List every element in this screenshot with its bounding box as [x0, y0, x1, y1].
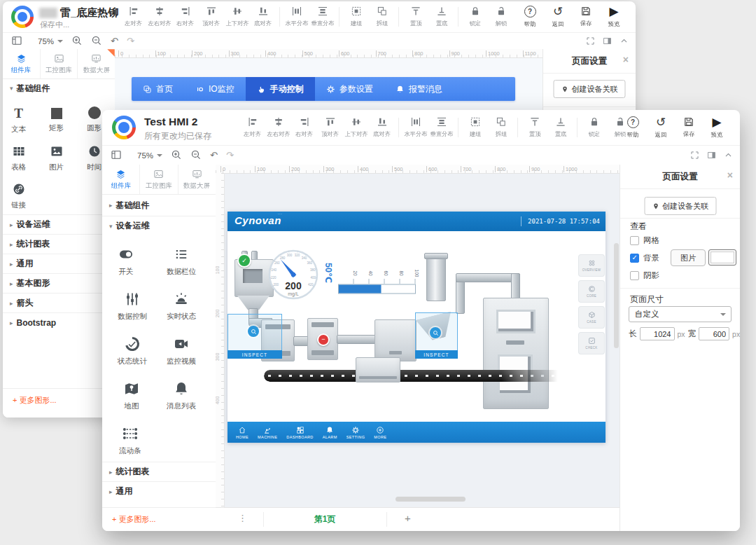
tab-component-library[interactable]: 组件库: [102, 165, 139, 194]
inspect-region-2[interactable]: INSPECT: [415, 312, 458, 359]
distribute-v-button[interactable]: 垂直分布: [428, 113, 454, 142]
grid-checkbox-row[interactable]: 网格: [630, 235, 659, 246]
lock-button[interactable]: 锁定: [462, 3, 488, 31]
side-menu-core[interactable]: CORE: [579, 281, 604, 302]
window-front-editor[interactable]: Test HMI 2 所有更改均已保存 左对齐 左右对齐 右对齐 顶对齐 上下对…: [102, 110, 740, 531]
page-width-input[interactable]: [699, 327, 729, 340]
ungroup-button[interactable]: 拆组: [369, 3, 395, 31]
undo-icon[interactable]: [210, 149, 218, 161]
align-left-button[interactable]: 左对齐: [120, 3, 146, 31]
group-button[interactable]: 建组: [462, 113, 488, 142]
fullscreen-icon[interactable]: [690, 151, 699, 160]
undo-icon[interactable]: [111, 35, 118, 47]
close-icon[interactable]: [727, 170, 733, 180]
background-checkbox[interactable]: [630, 254, 639, 263]
align-top-button[interactable]: 顶对齐: [317, 113, 343, 142]
inspect-region-1[interactable]: INSPECT: [227, 314, 282, 359]
nav-more[interactable]: MORE: [374, 426, 386, 439]
align-top-button[interactable]: 顶对齐: [198, 3, 224, 31]
section-basic-components[interactable]: 基础组件: [102, 195, 216, 215]
align-v-center-button[interactable]: 上下对齐: [224, 3, 250, 31]
align-bottom-button[interactable]: 底对齐: [369, 113, 395, 142]
zoom-in-icon[interactable]: [171, 149, 182, 160]
section-device-ops[interactable]: 设备运维: [102, 216, 216, 235]
background-color-swatch[interactable]: [708, 249, 736, 265]
component-circle[interactable]: 圆形: [87, 106, 102, 133]
zoom-level-select[interactable]: 75%: [130, 149, 162, 161]
distribute-h-button[interactable]: 水平分布: [284, 3, 309, 31]
toggle-panel-icon[interactable]: [707, 151, 716, 160]
toggle-panel-icon[interactable]: [603, 36, 612, 46]
hmi-tab-home[interactable]: 首页: [132, 77, 184, 101]
zoom-out-icon[interactable]: [91, 35, 102, 46]
preview-button[interactable]: 预览: [706, 116, 727, 139]
hmi-screen[interactable]: Cynovan··· 2021-07-28 17:57:04: [227, 212, 606, 443]
component-realtime-status[interactable]: 实时状态: [167, 291, 196, 322]
gauge-widget[interactable]: 200220240260280300320340360380400420 200…: [267, 248, 320, 314]
component-image[interactable]: 图片: [49, 144, 64, 172]
section-charts[interactable]: 统计图表: [102, 462, 216, 481]
component-link[interactable]: 链接: [11, 182, 26, 210]
group-button[interactable]: 建组: [343, 3, 369, 31]
collapse-toolbar-icon[interactable]: [724, 151, 733, 160]
hmi-tab-io-monitor[interactable]: IO监控: [184, 77, 246, 101]
section-general[interactable]: 通用: [102, 481, 216, 501]
fullscreen-icon[interactable]: [586, 36, 595, 46]
bring-to-top-button[interactable]: 置顶: [522, 113, 547, 142]
create-device-link-button[interactable]: 创建设备关联: [644, 197, 716, 215]
tab-industrial-gallery[interactable]: 工控图库: [139, 165, 177, 194]
horizontal-scrollbar[interactable]: [396, 497, 465, 502]
save-button[interactable]: 保存: [575, 6, 596, 28]
redo-icon[interactable]: [127, 35, 134, 47]
align-h-center-button[interactable]: 左右对齐: [146, 3, 172, 31]
redo-icon[interactable]: [226, 149, 234, 161]
create-device-link-button[interactable]: 创建设备关联: [554, 80, 626, 98]
more-shapes-link[interactable]: + 更多图形...: [3, 388, 115, 412]
zoom-level-select[interactable]: 75%: [31, 34, 63, 47]
background-checkbox-row[interactable]: 背景: [630, 253, 659, 263]
tab-industrial-gallery[interactable]: 工控图库: [40, 49, 78, 78]
component-map[interactable]: 地图: [123, 380, 140, 411]
component-status-stat[interactable]: 状态统计: [118, 336, 147, 366]
section-device-ops[interactable]: 设备运维: [3, 214, 115, 234]
component-video[interactable]: 监控视频: [167, 336, 196, 366]
return-button[interactable]: 返回: [650, 116, 671, 139]
component-text[interactable]: 文本: [11, 106, 26, 134]
bring-to-top-button[interactable]: 置顶: [402, 3, 428, 31]
section-basic-shapes[interactable]: 基本图形: [3, 273, 115, 293]
component-rectangle[interactable]: 矩形: [49, 106, 64, 133]
side-menu-check[interactable]: CHECK: [579, 333, 604, 354]
more-shapes-link[interactable]: + 更多图形...: [102, 507, 216, 531]
vertical-scrollbar[interactable]: [614, 243, 619, 348]
background-image-button[interactable]: 图片: [671, 249, 706, 266]
distribute-h-button[interactable]: 水平分布: [402, 113, 428, 142]
side-menu-case[interactable]: CASE: [579, 307, 604, 328]
nav-alarm[interactable]: ALARM: [323, 426, 337, 439]
send-to-bottom-button[interactable]: 置底: [547, 113, 573, 142]
component-switch[interactable]: 开关: [118, 246, 134, 277]
align-left-button[interactable]: 左对齐: [239, 113, 265, 142]
collapse-toolbar-icon[interactable]: [620, 36, 629, 46]
zoom-out-icon[interactable]: [190, 149, 202, 160]
align-right-button[interactable]: 右对齐: [172, 3, 198, 31]
help-button[interactable]: 帮助: [519, 6, 540, 29]
magnifier-icon[interactable]: [248, 326, 259, 337]
page-length-input[interactable]: [640, 327, 675, 340]
component-data-fields[interactable]: 数据栏位: [167, 246, 196, 277]
align-bottom-button[interactable]: 底对齐: [250, 3, 276, 31]
section-general[interactable]: 通用: [3, 254, 115, 273]
add-page-button[interactable]: [405, 512, 411, 524]
lock-button[interactable]: 锁定: [581, 113, 607, 142]
zoom-in-icon[interactable]: [71, 35, 83, 46]
nav-machine[interactable]: MACHINE: [258, 426, 277, 439]
nav-home[interactable]: HOME: [236, 426, 248, 439]
tab-component-library[interactable]: 组件库: [3, 49, 40, 78]
save-button[interactable]: 保存: [678, 116, 699, 139]
drag-handle-icon[interactable]: [238, 513, 247, 523]
preview-button[interactable]: 预览: [603, 6, 624, 29]
page-size-mode-select[interactable]: 自定义: [629, 306, 732, 322]
tab-data-screen[interactable]: 数据大屏: [178, 165, 216, 194]
layout-grid-icon[interactable]: [11, 35, 22, 46]
section-arrows[interactable]: 箭头: [3, 293, 115, 312]
nav-dashboard[interactable]: DASHBOARD: [286, 426, 313, 439]
